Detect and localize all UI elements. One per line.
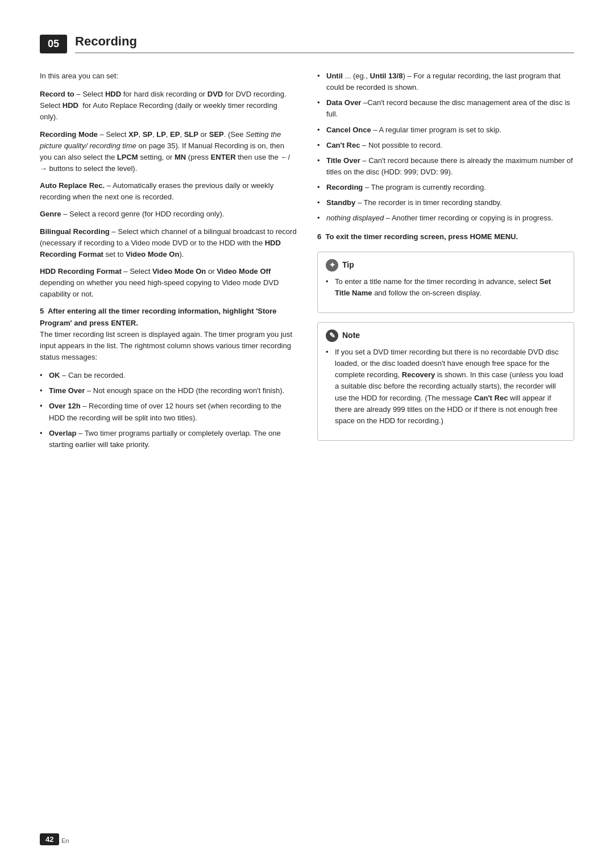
hdd-label2: HDD [63, 101, 78, 110]
xp-label: XP [128, 130, 138, 139]
page-number: 42 [40, 833, 59, 845]
cant-rec-label: Can't Rec [326, 141, 360, 149]
list-item: Cancel Once – A regular timer program is… [317, 124, 574, 136]
list-item: Over 12h – Recording time of over 12 hou… [40, 400, 297, 423]
record-to-section: Record to – Select HDD for hard disk rec… [40, 89, 297, 123]
step-5-number: 5 After entering all the timer recording… [40, 307, 276, 327]
auto-replace-label: Auto Replace Rec. [40, 181, 105, 190]
note-title: Note [342, 329, 360, 342]
status-messages-list: OK – Can be recorded. Time Over – Not en… [40, 370, 297, 450]
title-over-label: Title Over [326, 156, 360, 165]
tip-box: ✦ Tip To enter a title name for the time… [317, 252, 574, 313]
list-item: If you set a DVD timer recording but the… [326, 347, 566, 427]
overlap-label: Overlap [49, 429, 76, 437]
tip-list: To enter a title name for the timer reco… [326, 276, 566, 299]
tip-title: Tip [342, 259, 354, 272]
record-to-label: Record to [40, 90, 74, 98]
nothing-displayed-label: nothing displayed [326, 214, 384, 222]
list-item: Recording – The program is currently rec… [317, 182, 574, 193]
list-item: Overlap – Two timer programs partially o… [40, 428, 297, 450]
chapter-number: 05 [40, 35, 67, 53]
left-column: In this area you can set: Record to – Se… [40, 70, 297, 457]
mn-label: MN [175, 153, 186, 161]
list-item: nothing displayed – Another timer record… [317, 212, 574, 224]
cant-rec-label2: Can't Rec [474, 394, 508, 402]
hdd-format-label: HDD Recording Format [40, 267, 122, 276]
auto-replace-section: Auto Replace Rec. – Automatically erases… [40, 180, 297, 203]
sep-label: SEP [209, 130, 224, 139]
video-mode-off-label: Video Mode Off [217, 267, 271, 276]
over-12h-label: Over 12h [49, 402, 81, 410]
ok-label: OK [49, 371, 60, 379]
step-6: 6 To exit the timer recording screen, pr… [317, 231, 574, 243]
sp-label: SP [143, 130, 152, 139]
list-item: Data Over –Can't record because the disc… [317, 97, 574, 120]
recording-mode-section: Recording Mode – Select XP, SP, LP, EP, … [40, 129, 297, 175]
list-item: OK – Can be recorded. [40, 370, 297, 381]
right-column: Until ... (eg., Until 13/8) – For a regu… [317, 70, 574, 457]
genre-label: Genre [40, 210, 61, 218]
slp-label: SLP [184, 130, 198, 139]
recording-label: Recording [326, 183, 363, 191]
until-label: Until [326, 72, 343, 80]
time-over-label: Time Over [49, 386, 85, 395]
page: 05 Recording In this area you can set: R… [0, 0, 614, 868]
hdd-label: HDD [105, 90, 121, 98]
bilingual-label: Bilingual Recording [40, 227, 110, 236]
dvd-label: DVD [208, 90, 223, 98]
lp-label: LP [156, 130, 166, 139]
enter-label: ENTER [211, 153, 236, 161]
genre-section: Genre – Select a record genre (for HDD r… [40, 208, 297, 220]
note-header: ✎ Note [326, 329, 566, 342]
list-item: Time Over – Not enough space on the HDD … [40, 385, 297, 397]
cancel-once-label: Cancel Once [326, 126, 371, 134]
tip-icon: ✦ [326, 259, 338, 272]
page-header: 05 Recording [40, 34, 574, 53]
note-icon: ✎ [326, 329, 338, 342]
content-area: In this area you can set: Record to – Se… [40, 70, 574, 457]
list-item: To enter a title name for the timer reco… [326, 276, 566, 299]
recording-mode-label: Recording Mode [40, 130, 98, 139]
video-mode-on-label: Video Mode On [126, 250, 179, 258]
list-item: Can't Rec – Not possible to record. [317, 140, 574, 151]
tip-header: ✦ Tip [326, 259, 566, 272]
until-example-label: Until 13/8 [370, 72, 403, 80]
hdd-format-section: HDD Recording Format – Select Video Mode… [40, 266, 297, 300]
lpcm-label: LPCM [117, 153, 138, 161]
list-item: Standby – The recorder is in timer recor… [317, 197, 574, 208]
page-lang: En [61, 837, 69, 844]
ep-label: EP [170, 130, 180, 139]
data-over-label: Data Over [326, 98, 361, 107]
intro-text: In this area you can set: [40, 70, 297, 82]
step-6-number: 6 To exit the timer recording screen, pr… [317, 232, 518, 241]
list-item: Title Over – Can't record because there … [317, 155, 574, 178]
recovery-label: Recovery [402, 370, 435, 379]
set-title-name-label: Set Title Name [335, 277, 551, 297]
list-item: Until ... (eg., Until 13/8) – For a regu… [317, 70, 574, 93]
right-status-list: Until ... (eg., Until 13/8) – For a regu… [317, 70, 574, 224]
standby-label: Standby [326, 198, 355, 207]
bilingual-section: Bilingual Recording – Select which chann… [40, 226, 297, 260]
note-box: ✎ Note If you set a DVD timer recording … [317, 322, 574, 441]
chapter-title: Recording [75, 34, 574, 53]
video-mode-on-label2: Video Mode On [152, 267, 206, 276]
step-5: 5 After entering all the timer recording… [40, 306, 297, 363]
note-list: If you set a DVD timer recording but the… [326, 347, 566, 427]
step-5-body: The timer recording list screen is displ… [40, 329, 297, 363]
